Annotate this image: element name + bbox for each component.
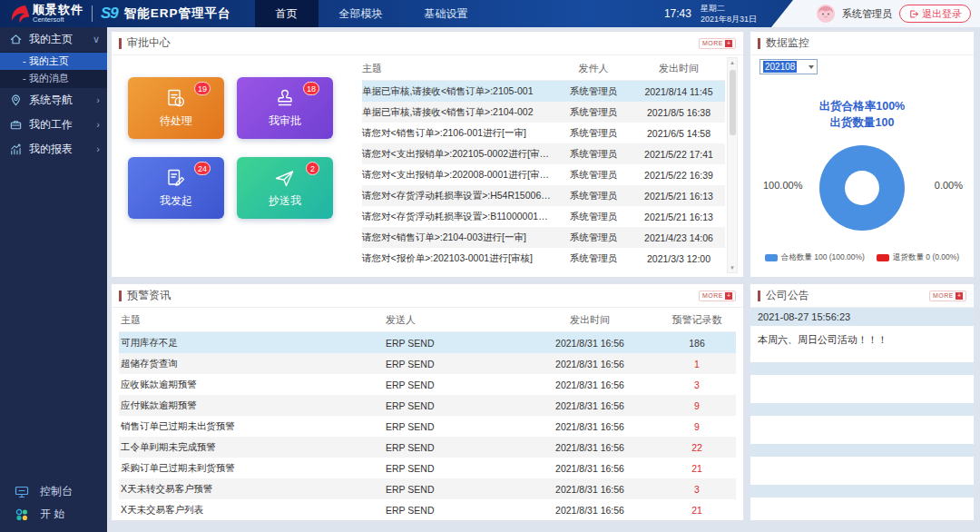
brand-flame-icon (7, 3, 29, 25)
tile-initiated-by-me[interactable]: 24 我发起 (128, 157, 224, 219)
avatar[interactable] (817, 5, 835, 23)
alert-sender: ERP SEND (386, 505, 522, 516)
scrollbar-thumb[interactable] (730, 70, 736, 135)
alert-time: 2021/8/31 16:56 (522, 379, 658, 390)
sidebar-item-my-reports[interactable]: 我的报表 › (0, 137, 107, 162)
approval-row[interactable]: 请您对<支出报销单>:202008-0001进行[审核]系统管理员2021/5/… (362, 164, 725, 185)
approval-panel-header: 审批中心 MORE + (112, 32, 743, 55)
alert-row[interactable]: 应收账款逾期预警ERP SEND2021/8/31 16:563 (119, 374, 736, 395)
tile-label: 我审批 (269, 113, 301, 129)
more-label: MORE (702, 292, 723, 299)
alert-row[interactable]: 工令单到期未完成预警ERP SEND2021/8/31 16:5622 (119, 437, 736, 458)
alert-row[interactable]: 可用库存不足ERP SEND2021/8/31 16:56186 (119, 332, 736, 353)
sidebar: 我的主页 ∨ - 我的主页 - 我的消息 系统导航 › 我的工作 › (0, 27, 107, 532)
sidebar-item-label: 我的主页 (29, 32, 73, 47)
tile-my-approvals[interactable]: 18 我审批 (237, 77, 333, 139)
alert-subject: 工令单到期未完成预警 (119, 441, 386, 454)
panel-accent-bar (758, 38, 760, 49)
alert-row[interactable]: 销售订单已过期未出货预警ERP SEND2021/8/31 16:569 (119, 416, 736, 437)
start-button[interactable]: 开 始 (0, 503, 107, 526)
tile-pending[interactable]: 19 待处理 (128, 77, 224, 139)
sidebar-item-label: 系统导航 (29, 93, 73, 108)
sidebar-item-my-home[interactable]: 我的主页 ∨ (0, 27, 107, 52)
approval-row[interactable]: 单据已审核,请接收<销售订单>:2104-002系统管理员2021/8/5 16… (362, 102, 725, 123)
alert-time: 2021/8/31 16:56 (522, 359, 658, 369)
sidebar-item-label: 我的工作 (29, 117, 73, 133)
alert-row[interactable]: 应付账款逾期预警ERP SEND2021/8/31 16:569 (119, 395, 736, 416)
badge-count: 2 (306, 162, 319, 175)
sidebar-item-my-work[interactable]: 我的工作 › (0, 113, 107, 137)
column-header-time: 发出时间 (522, 313, 658, 327)
brand-name-en: Centersoft (33, 16, 83, 24)
message-time: 2021/6/5 14:58 (632, 128, 725, 139)
alert-sender: ERP SEND (386, 338, 522, 349)
alert-row[interactable]: X天未转交易客户预警ERP SEND2021/8/31 16:563 (119, 478, 736, 499)
nav-basic-settings[interactable]: 基础设置 (404, 0, 489, 27)
donut-chart: 100.00% 0.00% (760, 145, 965, 232)
sidebar-subitem-my-messages[interactable]: - 我的消息 (0, 70, 107, 87)
top-bar: 顺景软件 Centersoft S9 智能ERP管理平台 首页 全部模块 基础设… (0, 0, 980, 27)
alert-time: 2021/8/31 16:56 (522, 421, 658, 432)
legend-label: 退货数量 0 (0.00%) (893, 252, 959, 263)
alert-row[interactable]: 采购订单已过期未到货预警ERP SEND2021/8/31 16:5621 (119, 458, 736, 478)
approval-row[interactable]: 请您对<支出报销单>:202105-0002进行[审核]系统管理员2021/5/… (362, 143, 725, 164)
message-subject: 请您对<存货浮动耗损率设置>:H54R15006002进行[审核] (362, 190, 554, 202)
message-subject: 单据已审核,请接收<销售订单>:2105-001 (362, 85, 554, 98)
scroll-down-icon[interactable]: ▼ (730, 264, 735, 271)
approval-row[interactable]: 请您对<存货浮动耗损率设置>:H54R15006002进行[审核]系统管理员20… (362, 185, 725, 206)
erp-app: 顺景软件 Centersoft S9 智能ERP管理平台 首页 全部模块 基础设… (0, 0, 980, 532)
approval-row[interactable]: 请您对<报价单>:202103-0001进行[审核]系统管理员2021/3/3 … (362, 248, 725, 269)
alerts-table: 主题 发送人 发出时间 预警记录数 可用库存不足ERP SEND2021/8/3… (112, 308, 743, 520)
main-content: 审批中心 MORE + 19 待处理 (107, 27, 980, 532)
paper-plane-icon (273, 167, 297, 191)
alert-sender: ERP SEND (386, 442, 522, 453)
company-notice-panel: 公司公告 MORE + 2021-08-27 15:56:23 本周六、周日公司… (750, 283, 975, 521)
approval-tiles: 19 待处理 18 (121, 77, 351, 273)
message-sender: 系统管理员 (554, 127, 632, 140)
briefcase-icon (9, 118, 23, 132)
alert-sender: ERP SEND (386, 379, 522, 390)
alert-count: 9 (658, 400, 736, 411)
sidebar-subitem-my-home[interactable]: - 我的主页 (0, 53, 107, 70)
notice-content[interactable]: 本周六、周日公司活动！！！ (750, 326, 974, 362)
notice-more-button[interactable]: MORE + (929, 291, 966, 301)
more-label: MORE (702, 40, 723, 46)
sidebar-item-system-nav[interactable]: 系统导航 › (0, 88, 107, 113)
alerts-more-button[interactable]: MORE + (699, 291, 736, 301)
monitor-body: 202108 出货合格率100% 出货数量100 100.00% 0.00% (750, 55, 974, 277)
s9-logo: S9 (101, 5, 118, 23)
approval-row[interactable]: 单据已审核,请接收<销售订单>:2105-001系统管理员2021/8/14 1… (362, 81, 725, 102)
alert-row[interactable]: X天未交易客户列表ERP SEND2021/8/31 16:5621 (119, 499, 736, 520)
more-plus-icon: + (725, 40, 732, 47)
chart-icon (9, 143, 23, 156)
approval-row[interactable]: 请您对<销售订单>:2106-001进行[一审]系统管理员2021/6/5 14… (362, 123, 725, 143)
date-label: 2021年8月31日 (701, 14, 757, 25)
logout-button[interactable]: 退出登录 (899, 5, 971, 23)
product-title: 智能ERP管理平台 (124, 5, 231, 22)
console-button[interactable]: 控制台 (0, 480, 107, 503)
tile-label: 我发起 (160, 193, 192, 209)
sidebar-item-label: 我的报表 (29, 142, 73, 157)
approval-center-panel: 审批中心 MORE + 19 待处理 (111, 31, 744, 278)
console-label: 控制台 (40, 484, 73, 499)
period-select[interactable]: 202108 (760, 59, 818, 74)
approval-row[interactable]: 请您对<销售订单>:2104-003进行[一审]系统管理员2021/4/23 1… (362, 227, 725, 248)
table-scrollbar[interactable]: ▲ ▼ (727, 57, 738, 273)
nav-home[interactable]: 首页 (255, 0, 318, 27)
alert-count: 9 (658, 421, 736, 432)
alert-subject: 采购订单已过期未到货预警 (119, 462, 386, 475)
panel-title: 数据监控 (766, 35, 809, 51)
approval-table: 主题 发件人 发出时间 单据已审核,请接收<销售订单>:2105-001系统管理… (362, 57, 738, 273)
scroll-up-icon[interactable]: ▲ (730, 59, 735, 66)
nav-all-modules[interactable]: 全部模块 (318, 0, 404, 27)
approval-table-header: 主题 发件人 发出时间 (362, 57, 725, 81)
approval-more-button[interactable]: MORE + (699, 38, 736, 49)
alert-row[interactable]: 超储存货查询ERP SEND2021/8/31 16:561 (119, 353, 736, 374)
message-subject: 请您对<报价单>:202103-0001进行[审核] (362, 252, 554, 265)
dropdown-arrow-icon (808, 65, 814, 69)
approval-row[interactable]: 请您对<存货浮动耗损率设置>:B11000001进行[审核]系统管理员2021/… (362, 206, 725, 227)
tile-cc-to-me[interactable]: 2 抄送我 (237, 157, 333, 219)
column-header-subject: 主题 (119, 313, 386, 327)
alert-subject: 可用库存不足 (119, 337, 386, 350)
notice-datetime: 2021-08-27 15:56:23 (750, 308, 974, 326)
